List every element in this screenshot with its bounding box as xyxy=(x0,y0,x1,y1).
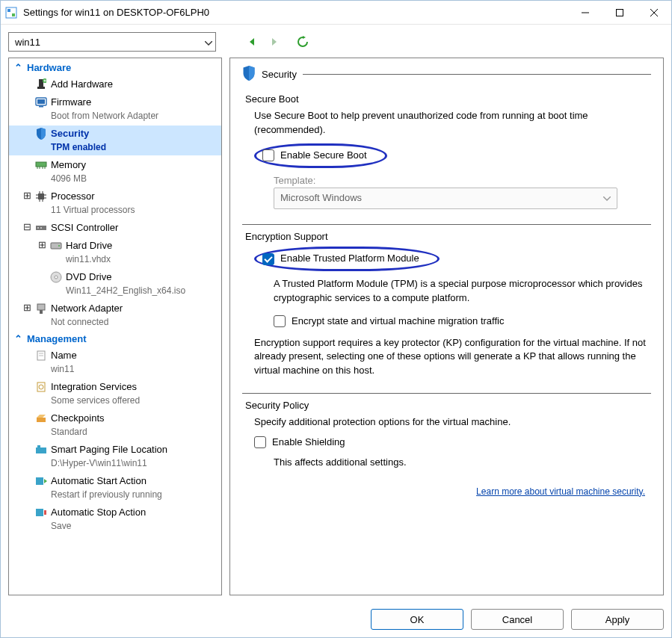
sidebar-item-checkpoints[interactable]: Checkpoints Standard xyxy=(9,410,221,440)
nav-forward-button[interactable] xyxy=(267,34,282,49)
encrypt-traffic-checkbox[interactable] xyxy=(274,315,286,327)
svg-rect-44 xyxy=(36,477,43,485)
integration-icon xyxy=(34,380,48,394)
expander-icon[interactable]: ⊞ xyxy=(22,190,31,202)
ok-button[interactable]: OK xyxy=(371,609,463,630)
paging-icon xyxy=(34,443,48,456)
shielding-note: This affects additional settings. xyxy=(254,456,647,470)
template-select[interactable]: Microsoft Windows xyxy=(274,188,617,209)
header-rule xyxy=(303,74,651,75)
enable-shielding-checkbox[interactable] xyxy=(254,436,266,448)
svg-rect-45 xyxy=(36,509,43,516)
sidebar-item-sublabel: TPM enabled xyxy=(51,140,106,154)
sidebar-item-sublabel: 4096 MB xyxy=(51,172,87,185)
refresh-button[interactable] xyxy=(295,34,310,49)
window-title: Settings for win11 on DESKTOP-OF6LPH0 xyxy=(23,7,568,18)
memory-icon xyxy=(34,158,48,172)
chevron-down-icon xyxy=(603,191,611,205)
firmware-icon xyxy=(34,96,48,109)
sidebar-item-label: SCSI Controller xyxy=(51,221,118,235)
sidebar-item-hard-drive[interactable]: ⊞ Hard Drive win11.vhdx xyxy=(9,238,221,267)
sidebar-item-name[interactable]: Name win11 xyxy=(9,347,221,377)
sidebar-item-dvd-drive[interactable]: DVD Drive Win11_24H2_English_x64.iso xyxy=(9,269,221,299)
svg-rect-41 xyxy=(37,418,46,422)
kp-description: Encryption support requires a key protec… xyxy=(254,336,647,379)
sidebar-item-scsi-controller[interactable]: ⊟ SCSI Controller xyxy=(9,220,221,236)
enable-secure-boot-checkbox[interactable] xyxy=(262,149,274,161)
shield-icon xyxy=(242,66,256,83)
enable-secure-boot-label: Enable Secure Boot xyxy=(280,149,367,163)
sidebar-item-network-adapter[interactable]: ⊞ Network Adapter Not connected xyxy=(9,300,221,330)
nav-back-button[interactable] xyxy=(244,34,259,49)
sidebar-item-sublabel: Save xyxy=(51,519,146,533)
sidebar-item-label: DVD Drive xyxy=(66,270,185,284)
svg-point-28 xyxy=(37,227,39,229)
sidebar-item-label: Security xyxy=(51,127,106,140)
name-tag-icon xyxy=(34,349,48,362)
management-header-label: Management xyxy=(27,333,86,344)
sidebar-item-sublabel: win11.vhdx xyxy=(66,253,112,266)
add-hardware-icon xyxy=(34,78,48,91)
minimize-button[interactable] xyxy=(568,1,602,25)
main-panel: Security Secure Boot Use Secure Boot to … xyxy=(229,58,664,595)
maximize-button[interactable] xyxy=(602,1,637,25)
enable-tpm-checkbox[interactable] xyxy=(262,253,274,265)
sidebar-item-integration-services[interactable]: Integration Services Some services offer… xyxy=(9,379,221,409)
svg-rect-4 xyxy=(617,9,623,16)
sidebar-item-label: Firmware xyxy=(51,96,158,109)
template-value: Microsoft Windows xyxy=(280,191,362,205)
tpm-callout: Enable Trusted Platform Module xyxy=(254,247,440,271)
svg-rect-46 xyxy=(44,510,46,515)
sidebar-item-add-hardware[interactable]: Add Hardware xyxy=(9,76,221,93)
collapse-glyph-icon: ⌃ xyxy=(13,333,22,344)
expander-icon[interactable]: ⊞ xyxy=(22,302,31,314)
sidebar-item-label: Processor xyxy=(51,190,135,203)
expander-icon[interactable]: ⊞ xyxy=(37,239,46,251)
template-label: Template: xyxy=(274,174,647,188)
sidebar-item-label: Hard Drive xyxy=(66,239,112,253)
svg-rect-35 xyxy=(40,310,43,314)
separator xyxy=(242,393,651,394)
sidebar-item-firmware[interactable]: Firmware Boot from Network Adapter xyxy=(9,94,221,124)
vm-selector[interactable]: win11 xyxy=(8,32,216,52)
checkpoints-icon xyxy=(34,412,48,425)
secure-boot-callout: Enable Secure Boot xyxy=(254,143,387,168)
security-policy-heading: Security Policy xyxy=(245,400,651,411)
shield-icon xyxy=(34,127,48,140)
svg-rect-2 xyxy=(12,13,15,16)
controller-icon xyxy=(34,221,48,235)
sidebar-item-security[interactable]: Security TPM enabled xyxy=(9,126,221,155)
top-toolbar: win11 xyxy=(8,32,664,52)
sidebar-item-label: Integration Services xyxy=(51,380,140,394)
sidebar-item-smart-paging[interactable]: Smart Paging File Location D:\Hyper-V\wi… xyxy=(9,442,221,471)
close-button[interactable] xyxy=(637,1,671,25)
sidebar-item-auto-start[interactable]: Automatic Start Action Restart if previo… xyxy=(9,473,221,503)
dvd-icon xyxy=(49,270,63,284)
sidebar-item-processor[interactable]: ⊞ Processor 11 Virtual processors xyxy=(9,188,221,218)
hardware-header-label: Hardware xyxy=(27,62,71,73)
svg-point-33 xyxy=(55,276,58,279)
expander-icon[interactable]: ⊟ xyxy=(22,221,31,233)
cancel-button[interactable]: Cancel xyxy=(471,609,564,630)
management-category-header[interactable]: ⌃ Management xyxy=(9,331,221,347)
titlebar: Settings for win11 on DESKTOP-OF6LPH0 xyxy=(1,1,671,25)
encryption-heading: Encryption Support xyxy=(245,231,651,242)
auto-start-icon xyxy=(34,474,48,488)
sidebar-item-label: Checkpoints xyxy=(51,412,105,425)
sidebar-item-sublabel: Some services offered xyxy=(51,394,140,407)
sidebar-item-auto-stop[interactable]: Automatic Stop Action Save xyxy=(9,504,221,534)
settings-window: Settings for win11 on DESKTOP-OF6LPH0 wi… xyxy=(0,0,672,638)
settings-sidebar[interactable]: ⌃ Hardware Add Hardware xyxy=(8,58,222,595)
sidebar-item-memory[interactable]: Memory 4096 MB xyxy=(9,157,221,187)
learn-more-link[interactable]: Learn more about virtual machine securit… xyxy=(476,486,645,497)
svg-rect-43 xyxy=(37,445,40,448)
sidebar-item-sublabel: Standard xyxy=(51,425,105,439)
main-panel-header: Security xyxy=(242,66,651,83)
sidebar-item-sublabel: Restart if previously running xyxy=(51,488,162,501)
separator xyxy=(242,224,651,225)
hardware-category-header[interactable]: ⌃ Hardware xyxy=(9,60,221,75)
apply-button[interactable]: Apply xyxy=(571,609,664,630)
svg-rect-42 xyxy=(36,447,46,453)
svg-rect-18 xyxy=(38,193,44,199)
auto-stop-icon xyxy=(34,506,48,519)
